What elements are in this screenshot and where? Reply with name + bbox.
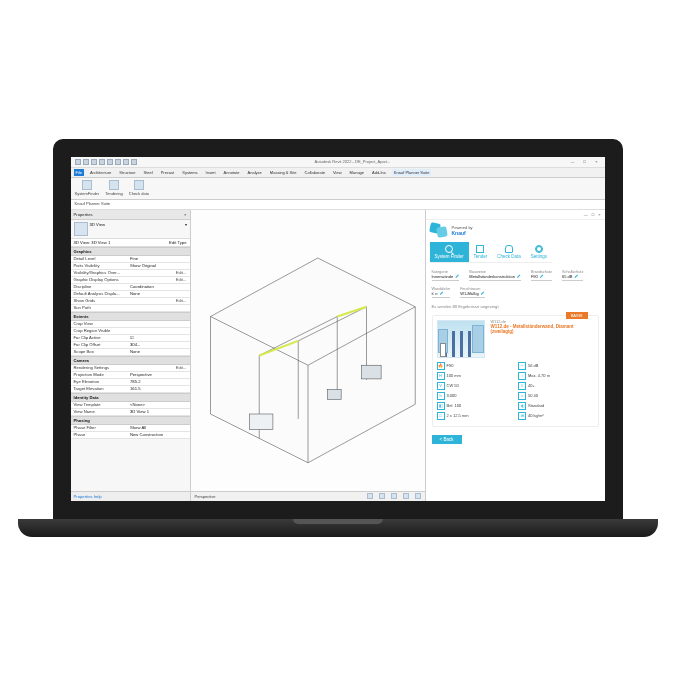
ribbon-tendering[interactable]: Tendering bbox=[105, 180, 123, 197]
minimize-button[interactable]: — bbox=[584, 212, 588, 217]
tab-collaborate[interactable]: Collaborate bbox=[303, 169, 327, 176]
plugin-tab-systemfinder[interactable]: System Finder bbox=[430, 242, 469, 263]
tab-manage[interactable]: Manage bbox=[348, 169, 366, 176]
prop-edit-button[interactable]: Edit... bbox=[130, 277, 187, 282]
tab-structure[interactable]: Structure bbox=[117, 169, 137, 176]
pencil-icon[interactable] bbox=[540, 274, 544, 278]
prop-row[interactable]: PhaseNew Construction bbox=[71, 432, 190, 439]
prop-value[interactable]: New Construction bbox=[130, 432, 187, 437]
pencil-icon[interactable] bbox=[455, 274, 459, 278]
tab-systems[interactable]: Systems bbox=[180, 169, 199, 176]
prop-row[interactable]: View Name3D View 1 bbox=[71, 409, 190, 416]
plugin-tab-checkdata[interactable]: Check Data bbox=[492, 242, 526, 263]
prop-row[interactable]: Crop Region Visible bbox=[71, 328, 190, 335]
prop-value[interactable]: 785.2 bbox=[130, 379, 187, 384]
type-selector[interactable]: 3D View ▾ bbox=[71, 220, 190, 239]
prop-row[interactable]: Parts VisibilityShow Original bbox=[71, 263, 190, 270]
prop-value[interactable] bbox=[130, 328, 187, 333]
qat-icon[interactable] bbox=[75, 159, 81, 165]
ribbon-checkdata[interactable]: Check data bbox=[129, 180, 149, 197]
tab-precast[interactable]: Precast bbox=[159, 169, 177, 176]
prop-value[interactable]: Show Original bbox=[130, 263, 187, 268]
pencil-icon[interactable] bbox=[481, 291, 485, 295]
back-button[interactable]: < Back bbox=[432, 435, 462, 444]
maximize-button[interactable]: □ bbox=[592, 212, 594, 217]
prop-row[interactable]: DisciplineCoordination bbox=[71, 284, 190, 291]
prop-edit-button[interactable]: Edit... bbox=[130, 365, 187, 370]
close-icon[interactable]: × bbox=[184, 212, 186, 217]
prop-row[interactable]: Visibility/Graphics Over...Edit... bbox=[71, 270, 190, 277]
prop-section-header[interactable]: Camera bbox=[71, 356, 190, 365]
3d-viewport[interactable]: Perspective bbox=[191, 210, 425, 501]
prop-row[interactable]: Rendering SettingsEdit... bbox=[71, 365, 190, 372]
prop-value[interactable]: Fine bbox=[130, 256, 187, 261]
tab-addins[interactable]: Add-Ins bbox=[370, 169, 388, 176]
view-control-icon[interactable] bbox=[403, 493, 409, 499]
prop-edit-button[interactable]: Edit... bbox=[130, 298, 187, 303]
qat-icon[interactable] bbox=[107, 159, 113, 165]
prop-row[interactable]: Default Analysis Displa...None bbox=[71, 291, 190, 298]
view-control-icon[interactable] bbox=[391, 493, 397, 499]
qat-icon[interactable] bbox=[91, 159, 97, 165]
prop-row[interactable]: Sun Path bbox=[71, 305, 190, 312]
filter-item[interactable]: FeuchtraumW1-Mäßig bbox=[460, 287, 484, 298]
view-control-icon[interactable] bbox=[379, 493, 385, 499]
tab-architecture[interactable]: Architecture bbox=[88, 169, 113, 176]
tab-view[interactable]: View bbox=[331, 169, 344, 176]
prop-value[interactable]: Show All bbox=[130, 425, 187, 430]
filter-item[interactable]: KategorieInnenwände bbox=[432, 270, 460, 281]
prop-section-header[interactable]: Extents bbox=[71, 312, 190, 321]
plugin-tab-settings[interactable]: Settings bbox=[526, 242, 552, 263]
tab-insert[interactable]: Insert bbox=[204, 169, 218, 176]
pencil-icon[interactable] bbox=[517, 274, 521, 278]
prop-value[interactable]: None bbox=[130, 349, 187, 354]
prop-row[interactable]: Detail LevelFine bbox=[71, 256, 190, 263]
prop-row[interactable]: Target Elevation161.5 bbox=[71, 386, 190, 393]
prop-value[interactable]: Perspective bbox=[130, 372, 187, 377]
prop-edit-button[interactable]: Edit... bbox=[130, 270, 187, 275]
pencil-icon[interactable] bbox=[440, 291, 444, 295]
prop-section-header[interactable]: Graphics bbox=[71, 247, 190, 256]
qat-icon[interactable] bbox=[83, 159, 89, 165]
prop-row[interactable]: Show GridsEdit... bbox=[71, 298, 190, 305]
prop-value[interactable]: 304... bbox=[130, 342, 187, 347]
prop-row[interactable]: Far Clip Offset304... bbox=[71, 342, 190, 349]
filter-item[interactable]: Schallschutz65 dB bbox=[562, 270, 583, 281]
prop-row[interactable]: Graphic Display OptionsEdit... bbox=[71, 277, 190, 284]
prop-value[interactable]: 3D View 1 bbox=[130, 409, 187, 414]
pencil-icon[interactable] bbox=[574, 274, 578, 278]
view-control-icon[interactable] bbox=[367, 493, 373, 499]
view-control-icon[interactable] bbox=[415, 493, 421, 499]
prop-row[interactable]: Scope BoxNone bbox=[71, 349, 190, 356]
filter-item[interactable]: Wanddicke≤ ∞ bbox=[432, 287, 451, 298]
prop-value[interactable]: None bbox=[130, 291, 187, 296]
prop-section-header[interactable]: Phasing bbox=[71, 416, 190, 425]
ribbon-systemfinder[interactable]: SystemFinder bbox=[75, 180, 100, 197]
prop-row[interactable]: View Template<None> bbox=[71, 402, 190, 409]
prop-value[interactable] bbox=[130, 305, 187, 310]
prop-row[interactable]: Eye Elevation785.2 bbox=[71, 379, 190, 386]
tab-knauf[interactable]: Knauf Planner Suite bbox=[392, 169, 432, 176]
minimize-button[interactable]: — bbox=[568, 159, 576, 164]
properties-help-link[interactable]: Properties help bbox=[71, 491, 190, 501]
maximize-button[interactable]: □ bbox=[580, 159, 588, 164]
filter-item[interactable]: BauweiseMetallständerkonstruktion bbox=[469, 270, 521, 281]
prop-section-header[interactable]: Identity Data bbox=[71, 393, 190, 402]
prop-value[interactable]: Coordination bbox=[130, 284, 187, 289]
close-button[interactable]: × bbox=[598, 212, 600, 217]
qat-icon[interactable] bbox=[115, 159, 121, 165]
prop-value[interactable]: ☑ bbox=[130, 335, 187, 340]
prop-row[interactable]: Projection ModePerspective bbox=[71, 372, 190, 379]
plugin-tab-tender[interactable]: Tender bbox=[469, 242, 493, 263]
edit-type-button[interactable]: Edit Type bbox=[169, 240, 186, 245]
close-button[interactable]: × bbox=[592, 159, 600, 164]
tab-steel[interactable]: Steel bbox=[142, 169, 155, 176]
filter-item[interactable]: BrandschutzF90 bbox=[531, 270, 552, 281]
prop-row[interactable]: Far Clip Active☑ bbox=[71, 335, 190, 342]
prop-value[interactable]: 161.5 bbox=[130, 386, 187, 391]
prop-row[interactable]: Crop View bbox=[71, 321, 190, 328]
view-selector[interactable]: 3D View: 3D View 1 bbox=[74, 240, 111, 245]
tab-file[interactable]: File bbox=[74, 169, 84, 176]
result-card[interactable]: BASIS bbox=[432, 315, 599, 427]
tab-analyze[interactable]: Analyze bbox=[246, 169, 264, 176]
